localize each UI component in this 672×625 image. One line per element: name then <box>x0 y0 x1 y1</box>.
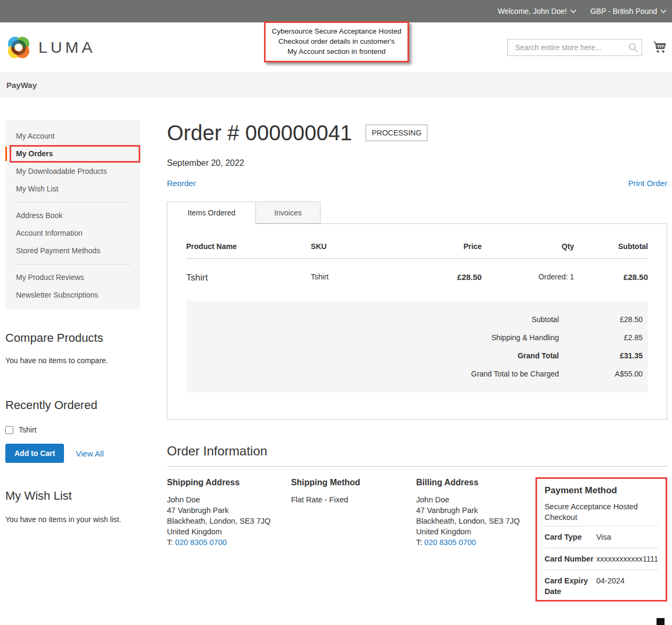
sidebar-item-my-account[interactable]: My Account <box>5 127 140 145</box>
view-all-link[interactable]: View All <box>76 449 103 458</box>
currency-text: GBP - British Pound <box>590 7 657 15</box>
recently-ordered-item: Tshirt <box>5 426 140 434</box>
col-header-subtotal: Subtotal <box>574 242 648 259</box>
total-value: £28.50 <box>559 315 648 324</box>
total-label: Grand Total <box>517 351 559 360</box>
address-country: United Kingdom <box>167 526 291 537</box>
luma-logo-icon <box>6 35 31 60</box>
annotation-line: Checkout order details in customer's <box>268 36 405 46</box>
cell-subtotal: £28.50 <box>574 259 648 293</box>
current-item-marker <box>5 147 7 161</box>
order-items-panel: Product Name SKU Price Qty Subtotal Tshi… <box>167 223 667 420</box>
phone-label: T: <box>416 538 424 547</box>
sidebar-item-my-downloadable-products[interactable]: My Downloadable Products <box>5 163 140 180</box>
table-row: Tshirt Tshirt £28.50 Ordered: 1 £28.50 <box>186 259 648 293</box>
recently-ordered-title: Recently Ordered <box>5 398 140 413</box>
main-column: Order # 000000041 PROCESSING September 2… <box>167 120 667 602</box>
total-label: Grand Total to be Charged <box>471 370 559 378</box>
address-street: 47 Vanbrugh Park <box>167 505 291 516</box>
tab-invoices[interactable]: Invoices <box>256 202 321 223</box>
content: My Account My Orders My Downloadable Pro… <box>0 98 672 602</box>
order-totals: Subtotal £28.50 Shipping & Handling £2.8… <box>186 301 648 392</box>
address-name: John Doe <box>167 494 291 505</box>
order-status-badge: PROCESSING <box>365 124 428 141</box>
shipping-method-title: Shipping Method <box>291 477 417 488</box>
sidebar-item-label: Account Information <box>16 229 83 237</box>
cell-price: £28.50 <box>403 259 482 293</box>
top-bar: Welcome, John Doe! GBP - British Pound <box>0 0 672 22</box>
add-to-cart-button[interactable]: Add to Cart <box>5 444 64 463</box>
annotation-callout: Cybersource Secure Acceptance Hosted Che… <box>264 21 409 62</box>
search-box <box>507 39 642 56</box>
breadcrumb[interactable]: PayWay <box>6 81 37 90</box>
cell-qty: Ordered: 1 <box>482 259 574 293</box>
address-city: Blackheath, London, SE3 7JQ <box>167 516 291 526</box>
sidebar-item-label: My Wish List <box>16 185 58 193</box>
recent-actions: Add to Cart View All <box>5 444 140 463</box>
welcome-menu[interactable]: Welcome, John Doe! <box>498 7 577 15</box>
sidebar-item-label: Stored Payment Methods <box>16 246 100 255</box>
order-title-row: Order # 000000041 PROCESSING <box>167 120 667 146</box>
left-column: My Account My Orders My Downloadable Pro… <box>5 120 140 602</box>
phone-link[interactable]: 020 8305 0700 <box>175 538 227 547</box>
total-row-grand-total-charged: Grand Total to be Charged A$55.00 <box>186 365 648 383</box>
sidebar-item-my-product-reviews[interactable]: My Product Reviews <box>5 269 140 286</box>
sidebar-item-my-wish-list[interactable]: My Wish List <box>5 180 140 198</box>
sidebar-item-label: Newsletter Subscriptions <box>16 291 98 299</box>
cell-sku: Tshirt <box>311 259 403 293</box>
total-label: Shipping & Handling <box>491 333 559 342</box>
col-header-sku: SKU <box>311 242 403 259</box>
phone-link[interactable]: 020 8305 0700 <box>425 538 476 547</box>
order-information-section: Order Information Shipping Address John … <box>167 444 667 602</box>
total-label: Subtotal <box>532 315 559 324</box>
search-icon[interactable] <box>627 42 639 53</box>
breadcrumb-bar: PayWay <box>0 72 672 98</box>
annotation-line: Cybersource Secure Acceptance Hosted <box>268 26 405 36</box>
sidebar-item-account-information[interactable]: Account Information <box>5 225 140 242</box>
recent-item-label[interactable]: Tshirt <box>19 426 36 434</box>
compare-products-title: Compare Products <box>5 331 140 346</box>
payment-name-line: Secure Acceptance Hosted <box>545 501 658 512</box>
sidebar-item-address-book[interactable]: Address Book <box>5 207 140 225</box>
store-logo[interactable]: LUMA <box>6 35 95 60</box>
reorder-link[interactable]: Reorder <box>167 179 196 188</box>
header-right <box>507 39 667 56</box>
payment-detail-value: xxxxxxxxxxxx1111 <box>596 554 658 564</box>
payment-method-block: Payment Method Secure Acceptance Hosted … <box>535 477 667 602</box>
sidebar-item-newsletter-subscriptions[interactable]: Newsletter Subscriptions <box>5 286 140 304</box>
order-tabs: Items Ordered Invoices <box>167 202 667 223</box>
order-information-title: Order Information <box>167 444 667 467</box>
search-input[interactable] <box>507 39 642 56</box>
logo-text: LUMA <box>38 38 95 57</box>
billing-address-block: Billing Address John Doe 47 Vanbrugh Par… <box>416 477 535 602</box>
billing-address-title: Billing Address <box>416 477 535 488</box>
payment-detail-card-type: Card Type Visa <box>545 526 658 548</box>
sidebar-item-label: My Product Reviews <box>16 273 84 282</box>
address-country: United Kingdom <box>416 526 535 537</box>
print-order-link[interactable]: Print Order <box>628 179 667 188</box>
total-row-grand-total: Grand Total £31.35 <box>186 347 648 365</box>
cell-product-name: Tshirt <box>186 259 311 293</box>
address-street: 47 Vanbrugh Park <box>416 505 535 516</box>
recent-item-checkbox[interactable] <box>5 426 13 434</box>
total-value: £2.85 <box>559 333 648 342</box>
sidebar-item-stored-payment-methods[interactable]: Stored Payment Methods <box>5 242 140 260</box>
shipping-address-title: Shipping Address <box>167 477 291 488</box>
tab-items-ordered[interactable]: Items Ordered <box>167 202 256 224</box>
chevron-down-icon <box>570 9 577 13</box>
order-date: September 20, 2022 <box>167 158 667 168</box>
wishlist-empty: You have no items in your wish list. <box>5 515 140 524</box>
sidebar-item-my-orders[interactable]: My Orders <box>5 145 140 163</box>
page: Welcome, John Doe! GBP - British Pound L… <box>0 0 672 625</box>
payment-detail-card-number: Card Number xxxxxxxxxxxx1111 <box>545 548 658 570</box>
address-name: John Doe <box>416 494 535 505</box>
currency-switcher[interactable]: GBP - British Pound <box>590 7 667 15</box>
sidebar-item-label: Address Book <box>16 211 62 220</box>
nav-divider <box>15 202 131 203</box>
total-value: £31.35 <box>559 351 648 360</box>
chevron-down-icon <box>660 9 667 13</box>
address-phone-row: T: 020 8305 0700 <box>416 537 535 548</box>
payment-detail-value: 04-2024 <box>596 575 658 597</box>
col-header-product-name: Product Name <box>186 242 311 259</box>
cart-button[interactable] <box>652 40 667 54</box>
